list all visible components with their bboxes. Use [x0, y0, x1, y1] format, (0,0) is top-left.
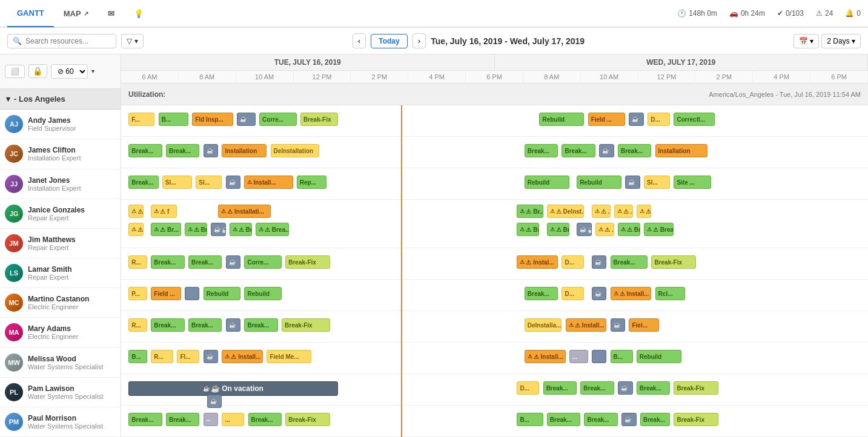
task-block[interactable]: Break-Fix	[285, 413, 330, 426]
tab-bulb[interactable]: 💡	[124, 0, 153, 27]
task-block[interactable]: ⚠ Installati...	[218, 205, 270, 218]
task-block[interactable]: Break...	[128, 176, 158, 189]
task-block[interactable]: Break...	[611, 255, 648, 269]
task-block[interactable]	[592, 287, 607, 300]
task-block[interactable]: B...	[517, 413, 543, 426]
task-block[interactable]: ⚠ Br...	[517, 223, 539, 236]
task-block[interactable]	[621, 413, 637, 426]
task-block[interactable]	[204, 144, 219, 157]
task-block[interactable]	[629, 113, 644, 126]
task-block[interactable]: ☕	[211, 223, 226, 236]
group-header[interactable]: ▾ - Los Angeles	[0, 89, 121, 110]
task-block[interactable]: Break...	[543, 381, 577, 395]
task-block[interactable]: Sl...	[196, 176, 222, 189]
task-block[interactable]: Break-Fix	[282, 318, 330, 332]
task-block[interactable]: Correctl...	[674, 113, 715, 126]
task-block[interactable]: Break-Fix	[300, 113, 338, 126]
task-block[interactable]: ⚠ Br...	[151, 223, 181, 236]
task-block[interactable]: ⚠ Install...	[566, 318, 607, 332]
task-block[interactable]: Field ...	[151, 287, 181, 300]
task-block[interactable]: R...	[151, 350, 173, 363]
task-block[interactable]: Break...	[128, 144, 162, 157]
task-block[interactable]: D...	[562, 287, 584, 300]
task-block[interactable]: D...	[517, 381, 539, 395]
task-block[interactable]: Break-Fix	[285, 255, 330, 269]
task-block[interactable]: Break-Fix	[674, 413, 718, 426]
task-block[interactable]: ⚠ Br...	[547, 223, 569, 236]
lock-button[interactable]: 🔒	[28, 64, 47, 78]
task-block[interactable]: Rebuild	[539, 113, 584, 126]
task-block[interactable]: ⚠ .F	[592, 205, 611, 218]
task-block[interactable]: Sl...	[162, 176, 192, 189]
prev-button[interactable]: ‹	[353, 33, 366, 48]
task-block[interactable]: Rep...	[297, 176, 326, 189]
task-block[interactable]: Corre...	[259, 113, 297, 126]
task-block[interactable]: R...	[128, 255, 147, 269]
task-block[interactable]: Break...	[151, 255, 184, 269]
task-block[interactable]: Fld Insp...	[192, 113, 233, 126]
days-button[interactable]: 2 Days ▾	[821, 34, 861, 48]
zoom-select[interactable]: ⊘ 60	[51, 64, 88, 79]
task-block[interactable]: DeInstallation	[271, 144, 319, 157]
task-block[interactable]: Break...	[166, 144, 199, 157]
task-block[interactable]	[237, 113, 256, 126]
task-block[interactable]: Field Me...	[267, 350, 311, 363]
task-block[interactable]: Break...	[584, 413, 617, 426]
task-block[interactable]: B...	[611, 350, 633, 363]
task-block[interactable]: Break...	[151, 318, 184, 332]
search-input[interactable]	[25, 37, 110, 45]
task-block[interactable]: Site ...	[674, 176, 711, 189]
task-block[interactable]: Break...	[580, 381, 614, 395]
task-block[interactable]	[592, 255, 607, 269]
tab-map[interactable]: MAP ↗	[54, 0, 98, 27]
task-block[interactable]: D...	[648, 113, 670, 126]
task-block[interactable]	[611, 318, 626, 332]
task-block[interactable]: ⚠ Install...	[222, 350, 263, 363]
tab-mail[interactable]: ✉	[98, 0, 124, 27]
task-block[interactable]: Rebuild	[204, 287, 241, 300]
task-block[interactable]: Field ...	[588, 113, 626, 126]
task-block[interactable]: ⚠ Install...	[611, 287, 652, 300]
task-block[interactable]: Break...	[166, 413, 199, 426]
task-block[interactable]: ⚠ Install...	[525, 350, 566, 363]
task-block[interactable]: Fl...	[177, 350, 199, 363]
task-block[interactable]: Rebuild	[244, 287, 282, 300]
task-block[interactable]: Rebuild	[637, 350, 681, 363]
task-block[interactable]: Break...	[244, 318, 277, 332]
next-button[interactable]: ›	[412, 33, 426, 48]
task-block[interactable]: ...	[222, 413, 244, 426]
task-block[interactable]: Install...	[244, 176, 293, 189]
task-block[interactable]: Break-Fix	[651, 255, 696, 269]
task-block[interactable]: Break-Fix	[674, 381, 718, 395]
task-block[interactable]: Rcl...	[655, 287, 685, 300]
tab-gantt[interactable]: GANTT	[7, 0, 54, 27]
task-block[interactable]: ⚠ Br...	[618, 223, 640, 236]
task-block[interactable]	[226, 255, 241, 269]
task-block[interactable]	[226, 176, 241, 189]
task-block[interactable]: ⚠	[637, 205, 652, 218]
task-block[interactable]	[625, 176, 640, 189]
task-block[interactable]: ⚠ f	[151, 205, 177, 218]
task-block[interactable]: P...	[128, 287, 147, 300]
task-block[interactable]: Break...	[188, 318, 222, 332]
task-block[interactable]: ⚠ DeInst...	[547, 205, 585, 218]
task-block[interactable]	[599, 144, 614, 157]
task-block[interactable]: Break...	[547, 413, 580, 426]
task-block[interactable]	[204, 350, 219, 363]
task-block[interactable]: ⚠	[128, 205, 144, 218]
task-block[interactable]: DeInstalla...	[525, 318, 562, 332]
task-block[interactable]: ☕	[577, 223, 592, 236]
task-block[interactable]: ⚠ .F	[614, 205, 633, 218]
calendar-button[interactable]: 📅 ▾	[793, 34, 819, 48]
task-block[interactable]: R...	[128, 318, 147, 332]
task-block[interactable]: B...	[128, 350, 147, 363]
task-block[interactable]: Corre...	[244, 255, 282, 269]
task-block[interactable]	[226, 318, 241, 332]
task-block[interactable]: Break...	[128, 413, 162, 426]
scale-button[interactable]: ⬜	[5, 65, 25, 78]
task-block[interactable]: Fiel...	[629, 318, 658, 332]
task-block[interactable]	[185, 287, 200, 300]
task-block[interactable]: ⚠ Br...	[185, 223, 207, 236]
task-block[interactable]: ⚠ Brea...	[256, 223, 289, 236]
task-block[interactable]: ...	[569, 350, 588, 363]
